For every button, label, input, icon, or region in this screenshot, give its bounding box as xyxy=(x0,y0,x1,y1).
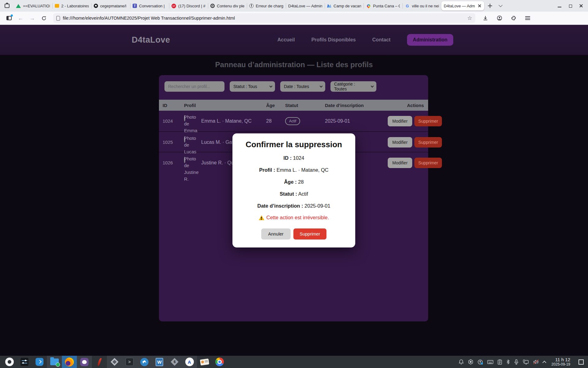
apache-feather-icon[interactable] xyxy=(92,356,107,368)
plus-icon xyxy=(488,4,492,8)
extensions-icon[interactable] xyxy=(509,13,518,23)
url-text: file:///home/eleveinfo/AUTOMNE2025/Proje… xyxy=(63,16,465,21)
tab-close-icon[interactable] xyxy=(477,4,482,8)
tab-d4talove-other[interactable]: D4taLove — Admin xyxy=(286,0,325,12)
avatar: Photo de Emma xyxy=(184,116,200,130)
cell-id: 1026 xyxy=(159,160,184,165)
tab-chatgpt[interactable]: Contenu div ple xyxy=(208,0,247,12)
nav-link-contact[interactable]: Contact xyxy=(372,37,391,43)
sidebar-toggle-icon[interactable] xyxy=(4,13,13,23)
github-desktop-icon[interactable] xyxy=(77,356,92,368)
avatar-alt-text: Photo de Justine R. xyxy=(184,155,202,182)
clock-date: 2025-09-19 xyxy=(552,362,570,366)
tab-maps[interactable]: Punta Cana – G xyxy=(364,0,402,12)
profile-name: Lucas M. · Gati xyxy=(201,140,234,145)
reload-icon[interactable] xyxy=(39,13,48,23)
tab-drive[interactable]: ==EVALUATION xyxy=(13,0,52,12)
nav-link-accueil[interactable]: Accueil xyxy=(277,37,295,43)
show-desktop-button[interactable] xyxy=(579,359,584,365)
tab-discord[interactable]: 17 (17) Discord | # xyxy=(169,0,208,12)
kate-icon[interactable] xyxy=(137,356,152,368)
close-window-button[interactable] xyxy=(579,4,583,8)
tab-camp[interactable]: Camp de vacan xyxy=(325,0,364,12)
clock[interactable]: 11 h 12 2025-09-19 xyxy=(552,357,570,366)
nav-link-profils[interactable]: Profils Disponibles xyxy=(311,37,356,43)
unity-tray-icon[interactable] xyxy=(468,359,473,365)
writer-icon[interactable]: W xyxy=(152,356,167,368)
modifier-button[interactable]: Modifier xyxy=(388,116,412,126)
url-bar[interactable]: file:///home/eleveinfo/AUTOMNE2025/Proje… xyxy=(53,13,475,23)
notifications-bell-icon[interactable] xyxy=(458,359,464,365)
cell-actions: Modifier Supprimer xyxy=(388,158,446,168)
settings-icon[interactable] xyxy=(17,356,32,368)
bluetooth-icon[interactable] xyxy=(506,359,510,365)
chevron-down-icon xyxy=(499,3,503,7)
col-header-id: ID xyxy=(159,103,184,108)
browser-tab-strip: ==EVALUATION 2 - Laboratoires cegepmatan… xyxy=(0,0,588,12)
list-all-tabs-button[interactable] xyxy=(496,2,505,10)
field-label: ID : xyxy=(284,155,292,161)
android-studio-icon[interactable]: A xyxy=(182,356,197,368)
tab-error[interactable]: Erreur de charg xyxy=(247,0,286,12)
maximize-button[interactable] xyxy=(568,4,572,8)
supprimer-button[interactable]: Supprimer xyxy=(414,158,442,168)
tab-active-d4talove[interactable]: D4taLove — Adm xyxy=(441,1,484,10)
chevron-down-icon xyxy=(371,85,374,88)
tab-github[interactable]: cegepmatane/l xyxy=(91,0,130,12)
updates-icon[interactable] xyxy=(477,359,483,365)
profile-name: Emma L. · Matane, QC xyxy=(201,118,252,124)
unity6-icon[interactable]: 6 xyxy=(167,356,182,368)
clipboard-icon[interactable] xyxy=(497,359,502,365)
categorie-select[interactable]: Catégorie : Toutes xyxy=(330,81,376,92)
firefox-icon[interactable] xyxy=(62,356,77,368)
chrome-icon[interactable] xyxy=(212,356,227,368)
unity-icon[interactable] xyxy=(107,356,122,368)
supprimer-confirm-button[interactable]: Supprimer xyxy=(293,228,327,240)
page-icon xyxy=(56,16,60,21)
filter-bar: Statut : Tous Date : Toutes Catégorie : … xyxy=(164,81,376,92)
keyboard-icon[interactable] xyxy=(487,359,493,364)
firefox-view-icon[interactable] xyxy=(2,2,12,10)
account-icon[interactable] xyxy=(495,13,504,23)
modal-field-age: Âge : 28 xyxy=(232,179,355,185)
menu-icon[interactable] xyxy=(523,13,532,23)
back-icon[interactable]: ← xyxy=(16,13,25,23)
tab-classroom[interactable]: 2 - Laboratoires xyxy=(52,0,91,12)
contact-card-icon[interactable] xyxy=(197,356,212,368)
file-manager-icon[interactable] xyxy=(47,356,62,368)
modal-field-date: Date d’inscription : 2025-09-01 xyxy=(232,203,355,209)
statut-select[interactable]: Statut : Tous xyxy=(230,81,275,92)
avatar-alt-text: Photo de Lucas xyxy=(184,135,202,155)
tab-teams[interactable]: T Conversation | xyxy=(130,0,169,12)
chevron-down-icon xyxy=(320,85,323,88)
nav-link-administration[interactable]: Administration xyxy=(407,34,453,46)
tray-expand-icon[interactable] xyxy=(542,361,546,365)
microphone-icon[interactable] xyxy=(514,359,519,365)
delete-confirm-modal: Confirmer la suppression ID : 1024 Profi… xyxy=(232,133,355,247)
tab-google[interactable]: G ville ou il ne nei xyxy=(402,0,441,12)
app-launcher-icon[interactable] xyxy=(2,356,17,368)
date-select[interactable]: Date : Toutes xyxy=(280,81,325,92)
modifier-button[interactable]: Modifier xyxy=(388,137,412,148)
search-input[interactable] xyxy=(164,81,224,92)
cell-actions: Modifier Supprimer xyxy=(388,116,446,126)
bookmark-star-icon[interactable]: ☆ xyxy=(467,15,472,21)
modifier-button[interactable]: Modifier xyxy=(388,158,412,168)
tab-title: Contenu div ple xyxy=(217,4,244,8)
new-tab-button[interactable] xyxy=(485,2,495,10)
downloads-icon[interactable] xyxy=(481,13,490,23)
taskbar: > W 6 A 11 h 12 2025-09-19 xyxy=(0,356,588,368)
supprimer-button[interactable]: Supprimer xyxy=(414,137,442,148)
annuler-button[interactable]: Annuler xyxy=(261,228,291,240)
discover-icon[interactable] xyxy=(32,356,47,368)
terminal-icon[interactable]: > xyxy=(122,356,137,368)
cell-id: 1024 xyxy=(159,118,184,124)
window-controls xyxy=(558,4,588,8)
supprimer-button[interactable]: Supprimer xyxy=(414,116,442,126)
display-network-icon[interactable] xyxy=(523,359,529,365)
minimize-button[interactable] xyxy=(558,4,562,8)
tab-title: D4taLove — Admin xyxy=(288,4,322,8)
forward-icon[interactable]: → xyxy=(28,13,37,23)
table-row: 1024 Photo de Emma Emma L. · Matane, QC … xyxy=(159,111,428,131)
volume-muted-icon[interactable] xyxy=(533,359,539,365)
